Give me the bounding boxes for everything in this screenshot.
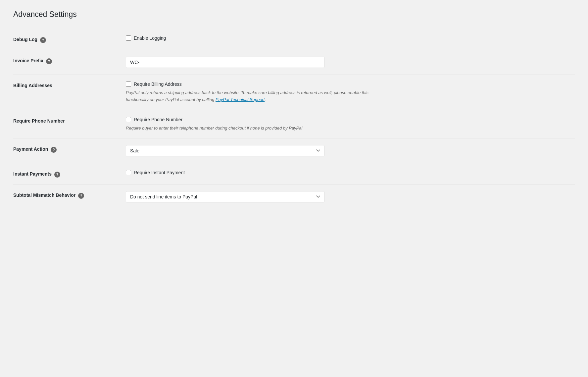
subtotal-mismatch-field: Do not send line items to PayPal Add dis… bbox=[126, 191, 575, 202]
require-phone-description: Require buyer to enter their telephone n… bbox=[126, 125, 391, 132]
subtotal-mismatch-row: Subtotal Mismatch Behavior ? Do not send… bbox=[13, 185, 575, 209]
payment-action-row: Payment Action ? Sale Authorization Orde… bbox=[13, 138, 575, 163]
invoice-prefix-row: Invoice Prefix ? bbox=[13, 50, 575, 75]
settings-section: Debug Log ? Enable Logging Invoice Prefi… bbox=[13, 29, 575, 209]
debug-log-label: Debug Log bbox=[13, 37, 37, 42]
paypal-support-link[interactable]: PayPal Technical Support bbox=[216, 97, 265, 102]
instant-payments-field: Require Instant Payment bbox=[126, 170, 575, 175]
instant-payments-label-cell: Instant Payments ? bbox=[13, 170, 126, 178]
require-phone-label: Require Phone Number bbox=[13, 118, 65, 124]
invoice-prefix-help-icon[interactable]: ? bbox=[46, 58, 52, 64]
billing-addresses-label-cell: Billing Addresses bbox=[13, 81, 126, 88]
require-phone-row: Require Phone Number Require Phone Numbe… bbox=[13, 110, 575, 139]
debug-log-checkbox[interactable] bbox=[126, 35, 131, 41]
instant-payments-checkbox[interactable] bbox=[126, 170, 131, 175]
payment-action-select[interactable]: Sale Authorization Order bbox=[126, 145, 324, 156]
subtotal-mismatch-label: Subtotal Mismatch Behavior bbox=[13, 192, 75, 198]
subtotal-mismatch-help-icon[interactable]: ? bbox=[78, 193, 84, 199]
payment-action-help-icon[interactable]: ? bbox=[51, 147, 57, 153]
instant-payments-row: Instant Payments ? Require Instant Payme… bbox=[13, 163, 575, 185]
payment-action-field: Sale Authorization Order bbox=[126, 145, 575, 156]
require-phone-checkbox[interactable] bbox=[126, 117, 131, 122]
invoice-prefix-input[interactable] bbox=[126, 57, 324, 68]
require-phone-field: Require Phone Number Require buyer to en… bbox=[126, 117, 575, 132]
billing-addresses-checkbox[interactable] bbox=[126, 81, 131, 87]
debug-log-label-cell: Debug Log ? bbox=[13, 35, 126, 43]
instant-payments-checkbox-label[interactable]: Require Instant Payment bbox=[134, 170, 185, 175]
require-phone-label-cell: Require Phone Number bbox=[13, 117, 126, 124]
subtotal-mismatch-label-cell: Subtotal Mismatch Behavior ? bbox=[13, 191, 126, 199]
invoice-prefix-label-cell: Invoice Prefix ? bbox=[13, 57, 126, 64]
debug-log-checkbox-row: Enable Logging bbox=[126, 35, 575, 41]
billing-addresses-checkbox-label[interactable]: Require Billing Address bbox=[134, 81, 182, 87]
debug-log-help-icon[interactable]: ? bbox=[40, 37, 46, 43]
debug-log-checkbox-label[interactable]: Enable Logging bbox=[134, 35, 166, 41]
payment-action-label: Payment Action bbox=[13, 146, 48, 152]
billing-addresses-row: Billing Addresses Require Billing Addres… bbox=[13, 75, 575, 110]
require-phone-checkbox-label[interactable]: Require Phone Number bbox=[134, 117, 182, 122]
billing-addresses-label: Billing Addresses bbox=[13, 83, 52, 88]
invoice-prefix-label: Invoice Prefix bbox=[13, 58, 43, 63]
billing-addresses-description: PayPal only returns a shipping address b… bbox=[126, 89, 391, 103]
debug-log-row: Debug Log ? Enable Logging bbox=[13, 29, 575, 50]
billing-addresses-field: Require Billing Address PayPal only retu… bbox=[126, 81, 575, 103]
subtotal-mismatch-select[interactable]: Do not send line items to PayPal Add dis… bbox=[126, 191, 324, 202]
instant-payments-help-icon[interactable]: ? bbox=[54, 172, 60, 178]
require-phone-checkbox-row: Require Phone Number bbox=[126, 117, 575, 122]
page-title: Advanced Settings bbox=[13, 10, 575, 19]
invoice-prefix-field bbox=[126, 57, 575, 68]
debug-log-field: Enable Logging bbox=[126, 35, 575, 41]
instant-payments-checkbox-row: Require Instant Payment bbox=[126, 170, 575, 175]
instant-payments-label: Instant Payments bbox=[13, 171, 52, 177]
billing-addresses-checkbox-row: Require Billing Address bbox=[126, 81, 575, 87]
payment-action-label-cell: Payment Action ? bbox=[13, 145, 126, 153]
